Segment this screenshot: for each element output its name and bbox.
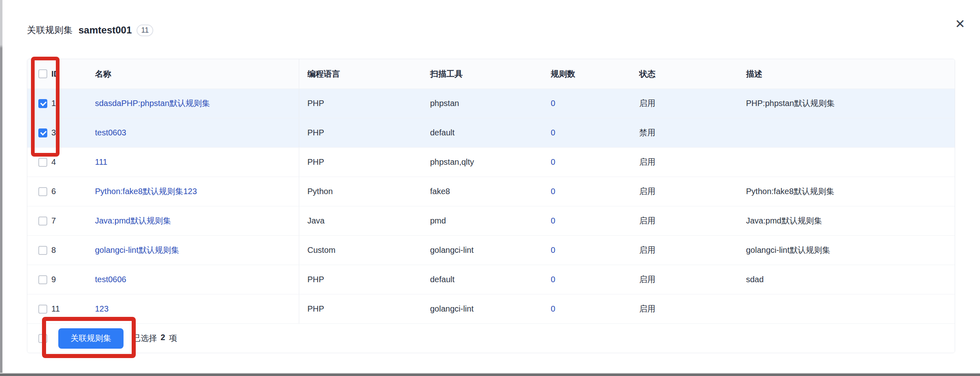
row-description <box>744 148 955 177</box>
table-row: 4111PHPphpstan,qlty0启用 <box>27 147 955 177</box>
row-status: 启用 <box>637 177 744 206</box>
row-status: 启用 <box>637 294 744 323</box>
header-name: 名称 <box>95 59 299 88</box>
ruleset-name-link[interactable]: sdasdaPHP:phpstan默认规则集 <box>95 89 299 118</box>
row-description: PHP:phpstan默认规则集 <box>744 89 955 118</box>
row-status: 禁用 <box>637 118 744 147</box>
header-id: ID <box>50 59 95 88</box>
row-status: 启用 <box>637 148 744 177</box>
selected-count: 2 <box>161 333 165 344</box>
table-row: 1sdasdaPHP:phpstan默认规则集PHPphpstan0启用PHP:… <box>27 88 955 118</box>
row-tool: phpstan,qlty <box>427 148 548 177</box>
row-language: PHP <box>299 89 427 118</box>
row-checkbox[interactable] <box>38 305 47 314</box>
row-tool: default <box>427 118 548 147</box>
row-checkbox[interactable] <box>38 217 47 226</box>
header-language: 编程语言 <box>299 59 427 88</box>
ruleset-name-link[interactable]: Python:fake8默认规则集123 <box>95 177 299 206</box>
row-description: Java:pmd默认规则集 <box>744 206 955 235</box>
close-icon[interactable]: ✕ <box>951 15 969 33</box>
row-tool: fake8 <box>427 177 548 206</box>
row-checkbox[interactable] <box>38 246 47 255</box>
row-checkbox[interactable] <box>38 128 47 137</box>
row-id: 6 <box>50 177 95 206</box>
row-tool: golangci-lint <box>427 294 548 323</box>
row-description: Python:fake8默认规则集 <box>744 177 955 206</box>
rule-count-link[interactable]: 0 <box>548 206 637 235</box>
rule-count-link[interactable]: 0 <box>548 118 637 147</box>
row-id: 1 <box>50 89 95 118</box>
row-description: golangci-lint默认规则集 <box>744 236 955 265</box>
row-checkbox-cell <box>27 294 50 323</box>
row-status: 启用 <box>637 89 744 118</box>
footer-checkbox-cell <box>27 324 50 353</box>
row-id: 11 <box>50 294 95 323</box>
row-checkbox-cell <box>27 265 50 294</box>
ruleset-name-link[interactable]: test0606 <box>95 265 299 294</box>
table-body: 1sdasdaPHP:phpstan默认规则集PHPphpstan0启用PHP:… <box>27 88 955 323</box>
row-language: Custom <box>299 236 427 265</box>
ruleset-name-link[interactable]: 111 <box>95 148 299 177</box>
footer-select-all-checkbox[interactable] <box>38 334 47 343</box>
table-row: 7Java:pmd默认规则集Javapmd0启用Java:pmd默认规则集 <box>27 206 955 235</box>
rule-count-link[interactable]: 0 <box>548 265 637 294</box>
row-checkbox[interactable] <box>38 158 47 167</box>
ruleset-name-link[interactable]: Java:pmd默认规则集 <box>95 206 299 235</box>
ruleset-name-link[interactable]: test0603 <box>95 118 299 147</box>
selected-count-text: 已选择 2 项 <box>132 333 177 344</box>
row-checkbox-cell <box>27 148 50 177</box>
rule-count-link[interactable]: 0 <box>548 89 637 118</box>
row-tool: default <box>427 265 548 294</box>
screen: 关联规则集 samtest001 11 ✕ ID 名称 编程语言 扫描工具 规则… <box>0 0 980 376</box>
header-checkbox-cell <box>27 59 50 88</box>
row-id: 8 <box>50 236 95 265</box>
row-checkbox-cell <box>27 236 50 265</box>
modal-title: 关联规则集 <box>27 24 73 36</box>
ruleset-name-link[interactable]: golangci-lint默认规则集 <box>95 236 299 265</box>
row-tool: pmd <box>427 206 548 235</box>
table-row: 3test0603PHPdefault0禁用 <box>27 118 955 147</box>
table-row: 9test0606PHPdefault0启用sdad <box>27 265 955 294</box>
modal-header: 关联规则集 samtest001 11 <box>27 23 153 38</box>
row-checkbox-cell <box>27 206 50 235</box>
rule-count-link[interactable]: 0 <box>548 294 637 323</box>
rule-count-link[interactable]: 0 <box>548 177 637 206</box>
row-status: 启用 <box>637 265 744 294</box>
row-id: 7 <box>50 206 95 235</box>
ruleset-count-badge: 11 <box>137 24 153 36</box>
ruleset-table: ID 名称 编程语言 扫描工具 规则数 状态 描述 1sdasdaPHP:php… <box>27 59 955 353</box>
row-language: Python <box>299 177 427 206</box>
row-status: 启用 <box>637 236 744 265</box>
row-checkbox-cell <box>27 89 50 118</box>
selected-prefix: 已选择 <box>132 333 157 344</box>
table-footer: 关联规则集 已选择 2 项 <box>27 323 955 353</box>
row-language: Java <box>299 206 427 235</box>
row-checkbox-cell <box>27 177 50 206</box>
row-checkbox-cell <box>27 118 50 147</box>
row-description <box>744 294 955 323</box>
header-tool: 扫描工具 <box>427 59 548 88</box>
associate-rulesets-button[interactable]: 关联规则集 <box>58 328 124 349</box>
select-all-checkbox[interactable] <box>38 69 47 78</box>
header-status: 状态 <box>637 59 744 88</box>
header-rule-count: 规则数 <box>548 59 637 88</box>
row-id: 3 <box>50 118 95 147</box>
rule-count-link[interactable]: 0 <box>548 236 637 265</box>
row-id: 9 <box>50 265 95 294</box>
row-id: 4 <box>50 148 95 177</box>
row-status: 启用 <box>637 206 744 235</box>
row-tool: golangci-lint <box>427 236 548 265</box>
screen-bottom-bar <box>0 373 980 376</box>
row-checkbox[interactable] <box>38 99 47 108</box>
ruleset-name-link[interactable]: 123 <box>95 294 299 323</box>
row-checkbox[interactable] <box>38 275 47 284</box>
header-description: 描述 <box>744 59 955 88</box>
row-description: sdad <box>744 265 955 294</box>
associate-ruleset-modal: 关联规则集 samtest001 11 ✕ ID 名称 编程语言 扫描工具 规则… <box>2 0 980 372</box>
row-language: PHP <box>299 148 427 177</box>
table-row: 8golangci-lint默认规则集Customgolangci-lint0启… <box>27 235 955 265</box>
row-checkbox[interactable] <box>38 187 47 196</box>
row-language: PHP <box>299 265 427 294</box>
project-name: samtest001 <box>79 24 132 36</box>
rule-count-link[interactable]: 0 <box>548 148 637 177</box>
